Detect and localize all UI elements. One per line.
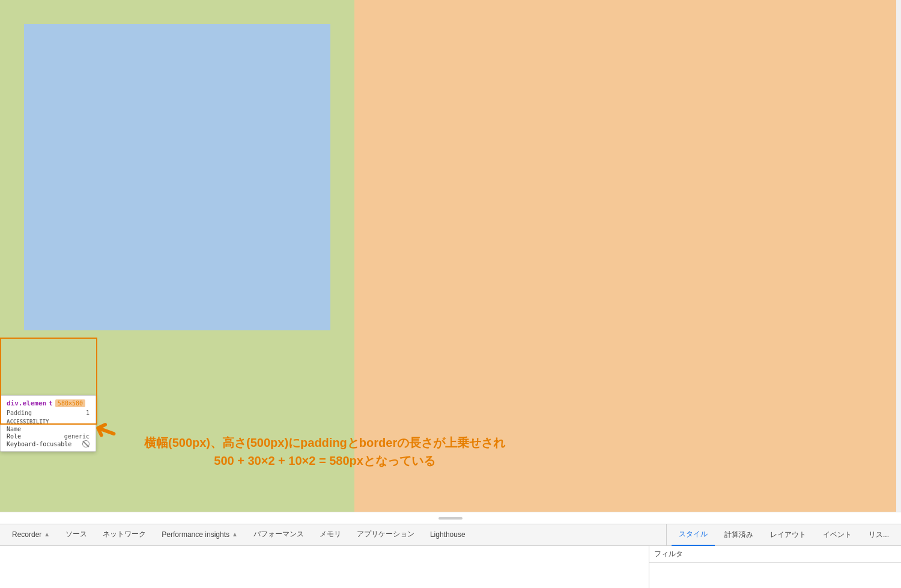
devtools-tabbar: Recorder ▲ ソース ネットワーク Performance insigh… (0, 524, 901, 546)
tooltip-size-badge: 580×580 (55, 399, 85, 407)
tab-source[interactable]: ソース (58, 524, 94, 545)
tab-layout[interactable]: レイアウト (763, 524, 813, 546)
bottom-right-panel: フィルタ (649, 546, 901, 588)
filter-label: フィルタ (654, 549, 683, 559)
tooltip-accessibility-header: ACCESSIBILITY (7, 419, 89, 425)
tooltip-name-row: Name (7, 426, 89, 432)
tooltip-title: div.elemen t 580×580 (7, 399, 89, 407)
devtools-tooltip: div.elemen t 580×580 Padding 1 ACCESSIBI… (0, 395, 96, 452)
tooltip-padding-row: Padding 1 (7, 410, 89, 416)
tab-styles[interactable]: スタイル (672, 524, 715, 546)
tab-recorder[interactable]: Recorder ▲ (5, 524, 57, 545)
tooltip-keyboard-row: Keyboard-focusable (7, 440, 89, 447)
devtools-panel: Recorder ▲ ソース ネットワーク Performance insigh… (0, 524, 901, 588)
bottom-panels: フィルタ (0, 546, 901, 588)
bottom-left-panel (0, 546, 649, 588)
tab-network[interactable]: ネットワーク (96, 524, 153, 545)
tab-computed[interactable]: 計算済み (717, 524, 760, 546)
tab-performance[interactable]: パフォーマンス (246, 524, 311, 545)
tab-list[interactable]: リス... (861, 524, 896, 546)
scrollbar-track[interactable] (896, 0, 901, 512)
separator-bar[interactable] (0, 512, 901, 524)
blue-box (18, 18, 336, 336)
tab-events[interactable]: イベント (816, 524, 859, 546)
page-content: div.elemen t 580×580 Padding 1 ACCESSIBI… (0, 0, 901, 512)
tab-performance-insights[interactable]: Performance insights ▲ (154, 524, 245, 545)
tab-memory[interactable]: メモリ (312, 524, 348, 545)
tab-application[interactable]: アプリケーション (350, 524, 422, 545)
filter-row: フィルタ (649, 546, 901, 563)
orange-arrow-icon: ➜ (88, 412, 123, 452)
right-panel-tabs: スタイル 計算済み レイアウト イベント リス... (666, 524, 901, 545)
viewport-area: div.elemen t 580×580 Padding 1 ACCESSIBI… (0, 0, 901, 524)
tooltip-role-row: Role generic (7, 433, 89, 440)
tab-lighthouse[interactable]: Lighthouse (423, 524, 473, 545)
tooltip-element-name: div.elemen (7, 399, 46, 407)
left-tabs: Recorder ▲ ソース ネットワーク Performance insigh… (0, 524, 666, 545)
separator-handle (438, 517, 463, 520)
annotation-text: 横幅(500px)、高さ(500px)にpaddingとborderの長さが上乗… (144, 434, 505, 470)
arrow-container: ➜ (93, 415, 117, 449)
